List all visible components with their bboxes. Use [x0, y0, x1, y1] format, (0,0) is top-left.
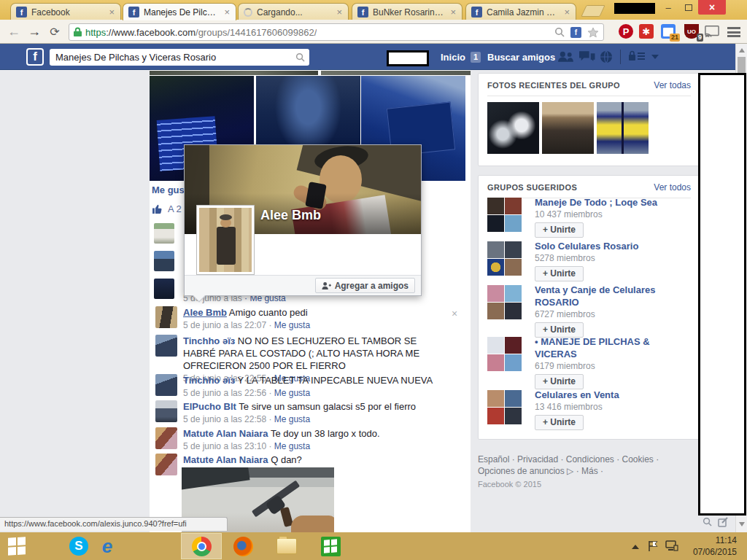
footer-link-mas[interactable]: Más — [581, 466, 598, 476]
group-avatar-collage[interactable] — [487, 241, 522, 276]
commenter-name-link[interactable]: Matute Alan Naiara — [183, 428, 268, 439]
commenter-avatar[interactable] — [154, 251, 174, 271]
tab-bunker-rosarino[interactable]: f BuNker Rosarino Co × — [352, 3, 462, 20]
group-avatar-collage[interactable] — [487, 198, 522, 232]
me-gusta-link[interactable]: Me gusta — [274, 441, 310, 451]
unirte-button[interactable]: + Unirte — [535, 374, 584, 389]
tray-show-hidden-icons-caret[interactable] — [632, 545, 639, 549]
nav-buscar-amigos-link[interactable]: Buscar amigos — [487, 52, 555, 63]
facebook-logo[interactable]: f — [26, 48, 44, 66]
window-close-button[interactable]: × — [698, 0, 726, 15]
group-photo-sneakers[interactable] — [487, 102, 539, 154]
start-button[interactable] — [6, 535, 28, 557]
footer-link-privacidad[interactable]: Privacidad — [517, 454, 558, 464]
taskbar-firefox-icon[interactable] — [232, 535, 254, 557]
commenter-name-link[interactable]: Matute Alan Naiara — [183, 454, 268, 465]
unirte-button[interactable]: + Unirte — [535, 266, 584, 281]
avatar[interactable] — [155, 427, 177, 449]
tab-cargando[interactable]: Cargando... × — [238, 3, 349, 20]
hovercard-profile-picture[interactable] — [196, 205, 255, 275]
taskbar-clock[interactable]: 11:14 07/06/2015 — [693, 534, 737, 558]
lastpass-extension-icon[interactable]: ✱ — [639, 24, 654, 39]
reload-button[interactable]: ⟳ — [45, 22, 64, 41]
me-gusta-link[interactable]: Me gusta — [274, 320, 310, 330]
chrome-menu-icon[interactable] — [727, 27, 740, 37]
commenter-name-link[interactable]: Alee Bmb — [183, 307, 227, 318]
commenter-avatar[interactable] — [154, 279, 174, 299]
avatar[interactable] — [155, 400, 177, 422]
group-avatar-collage[interactable] — [487, 285, 522, 319]
unirte-button[interactable]: + Unirte — [535, 222, 584, 238]
me-gusta-link[interactable]: Me gusta — [274, 414, 310, 424]
footer-link-condiciones[interactable]: Condiciones — [566, 454, 614, 464]
hovercard-profile-name[interactable]: Alee Bmb — [260, 208, 321, 223]
tab-close-icon[interactable]: × — [108, 7, 115, 17]
footer-link-espanol[interactable]: Español — [478, 454, 509, 464]
ver-todos-link[interactable]: Ver todos — [654, 182, 691, 192]
tab-close-icon[interactable]: × — [563, 7, 570, 17]
taskbar-windows-store-icon[interactable] — [320, 535, 341, 557]
pinterest-extension-icon[interactable]: P — [619, 24, 633, 39]
bookmark-star-icon[interactable] — [587, 27, 599, 38]
group-name-link[interactable]: Maneje De Todo ; Loqe Sea — [535, 196, 684, 209]
avatar[interactable] — [155, 454, 177, 475]
group-photo-jacket[interactable] — [597, 102, 649, 154]
chat-compose-icon[interactable] — [718, 517, 729, 527]
forward-button[interactable]: → — [25, 22, 44, 41]
back-button[interactable]: ← — [4, 22, 23, 41]
taskbar-file-explorer-icon[interactable] — [276, 535, 298, 557]
new-tab-button[interactable] — [581, 5, 605, 17]
photo-partial[interactable] — [150, 71, 318, 75]
avatar[interactable] — [155, 306, 177, 328]
account-menu-caret-icon[interactable] — [651, 55, 659, 59]
tab-facebook[interactable]: f Facebook × — [10, 3, 121, 20]
window-maximize-button[interactable] — [679, 0, 698, 15]
group-avatar-collage[interactable] — [487, 337, 522, 371]
network-tray-icon[interactable] — [665, 540, 678, 552]
commenter-name-link[interactable]: ElPucho Blt — [183, 401, 236, 412]
hide-comment-icon[interactable]: × — [452, 308, 457, 319]
footer-link-cookies[interactable]: Cookies — [622, 454, 654, 464]
ublock-extension-icon[interactable]: UO 9 — [684, 24, 699, 39]
group-name-link[interactable]: Celulares en Venta — [535, 389, 684, 401]
avatar[interactable] — [155, 374, 177, 396]
group-name-link[interactable]: Venta y Canje de Celulares ROSARIO — [535, 284, 684, 308]
action-center-flag-icon[interactable] — [648, 540, 659, 552]
facebook-search-box[interactable] — [50, 49, 309, 66]
search-icon[interactable] — [295, 52, 305, 62]
calendar-extension-icon[interactable]: 21 — [661, 24, 676, 39]
privacy-shortcuts-icon[interactable] — [629, 50, 646, 61]
commenter-avatar[interactable] — [154, 223, 174, 244]
tab-close-icon[interactable]: × — [336, 7, 343, 17]
address-bar[interactable]: https://www.facebook.com/groups/14416176… — [69, 23, 604, 41]
tab-manejes-de-pilchas[interactable]: f Manejes De Pilchas × — [123, 3, 236, 20]
messages-icon[interactable] — [578, 50, 595, 63]
notifications-globe-icon[interactable] — [600, 50, 613, 63]
group-name-link[interactable]: • MANEJE DE PILCHAS & VICERAS — [535, 335, 684, 360]
taskbar-skype-icon[interactable]: S — [68, 535, 90, 557]
friend-requests-icon[interactable] — [557, 50, 575, 63]
scroll-down-arrow-icon[interactable] — [739, 522, 745, 526]
add-friend-button[interactable]: Agregar a amigos — [315, 278, 415, 293]
me-gusta-link[interactable]: Me gusta — [274, 388, 310, 398]
commenter-name-link[interactable]: Tinchho ǝïɜ — [183, 375, 235, 386]
tab-close-icon[interactable]: × — [449, 7, 457, 17]
unirte-button[interactable]: + Unirte — [535, 415, 584, 430]
facebook-page-action-icon[interactable]: f — [570, 27, 581, 38]
footer-link-opciones-anuncios[interactable]: Opciones de anuncios — [478, 466, 565, 476]
group-name-link[interactable]: Solo Celulares Rosario — [535, 240, 684, 252]
photo-partial[interactable] — [321, 71, 471, 75]
search-icon[interactable] — [554, 27, 565, 37]
ver-todas-link[interactable]: Ver todas — [654, 80, 691, 90]
chromecast-icon[interactable] — [705, 24, 719, 39]
scroll-up-arrow-icon[interactable] — [739, 48, 745, 52]
group-avatar-collage[interactable] — [487, 390, 522, 424]
chat-search-icon[interactable] — [703, 517, 712, 526]
group-photo-person[interactable] — [542, 102, 594, 154]
taskbar-internet-explorer-icon[interactable]: e — [96, 535, 118, 557]
facebook-search-input[interactable] — [54, 51, 295, 63]
tab-camila-jazmin[interactable]: f Camila Jazmin Vida × — [465, 3, 576, 20]
tab-close-icon[interactable]: × — [223, 7, 231, 17]
commenter-name-link[interactable]: Tinchho ǝïɜ — [183, 335, 235, 346]
avatar[interactable] — [155, 335, 177, 357]
